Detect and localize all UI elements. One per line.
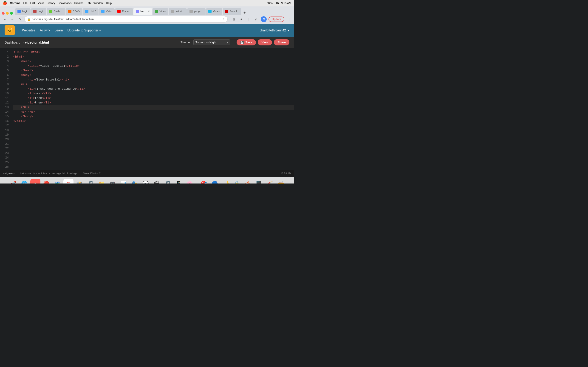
save-button[interactable]: 💾 Save <box>237 39 256 45</box>
dock-photos[interactable]: 📸 <box>74 179 85 184</box>
dock-launchpad[interactable]: 🚀 <box>8 179 18 184</box>
tab-504v[interactable]: 5.04 V <box>66 8 82 15</box>
dock-item9[interactable]: 🎪 <box>243 179 253 184</box>
menu-history[interactable]: History <box>46 2 55 5</box>
code-line-21 <box>13 142 294 146</box>
line-num: 17 <box>0 123 9 128</box>
menu-file[interactable]: File <box>23 2 27 5</box>
settings-icon[interactable]: ⋮ <box>246 17 251 22</box>
tab-penguin[interactable]: pengu... <box>187 8 206 15</box>
dock-item11[interactable]: 🎸 <box>265 179 275 184</box>
more-button[interactable]: ⋮ <box>286 17 292 22</box>
menu-view[interactable]: View <box>38 2 44 5</box>
menu-edit[interactable]: Edit <box>30 2 35 5</box>
tab-unit5[interactable]: Unit 5 <box>83 8 99 15</box>
back-button[interactable]: ← <box>2 17 8 22</box>
tab-imitation[interactable]: Imitati... <box>169 8 187 15</box>
menu-window[interactable]: Window <box>94 2 103 5</box>
tab-favicon <box>225 10 228 13</box>
upgrade-button[interactable]: Upgrade to Supporter ▾ <box>67 28 101 32</box>
theme-select[interactable]: Tomorrow Night Default Monokai Solarized… <box>193 40 230 45</box>
close-button[interactable] <box>2 12 5 15</box>
address-bar: ← → ↻ 🔒 neocities.org/site_files/text_ed… <box>0 15 294 24</box>
dock-itunes[interactable]: 🎵 <box>86 179 95 184</box>
dock-music[interactable]: 🎵 <box>163 179 173 184</box>
dock-item[interactable]: ● <box>30 179 40 184</box>
line-num: 22 <box>0 146 9 151</box>
share-button[interactable]: Share <box>274 39 289 45</box>
maximize-button[interactable] <box>10 12 13 15</box>
dock-item2[interactable]: 🎭 <box>130 179 140 184</box>
view-button[interactable]: View <box>258 39 272 45</box>
dock-item12[interactable]: 📻 <box>276 179 286 184</box>
line-num: 24 <box>0 156 9 160</box>
translate-icon[interactable]: ⇄ <box>253 17 259 22</box>
tab-video1[interactable]: Video <box>99 8 115 15</box>
tab-dashboard[interactable]: Dashb... <box>47 8 65 15</box>
tab-favicon <box>17 10 21 13</box>
nav-activity[interactable]: Activity <box>40 28 50 32</box>
tab-embed[interactable]: Embe... <box>115 8 133 15</box>
bookmark-icon[interactable]: ☆ <box>222 18 225 21</box>
dock-video[interactable]: 🎬 <box>152 179 162 184</box>
nav-websites[interactable]: Websites <box>22 28 35 32</box>
dock-item5[interactable]: 🎯 <box>199 179 209 184</box>
menu-tab[interactable]: Tab <box>86 2 91 5</box>
forward-button[interactable]: → <box>10 17 15 22</box>
minimize-button[interactable] <box>6 12 9 15</box>
code-line-1: <!DOCTYPE html> <box>13 50 294 55</box>
dock-safari[interactable]: 🌐 <box>19 179 29 184</box>
breadcrumb-dashboard[interactable]: Dashboard <box>5 41 20 44</box>
dock-item10[interactable]: 🖥️ <box>254 179 264 184</box>
code-line-10: <li>next</li> <box>13 91 294 96</box>
refresh-button[interactable]: ↻ <box>17 17 23 22</box>
new-tab-button[interactable]: + <box>242 10 247 15</box>
line-num: 5 <box>0 68 9 73</box>
code-textarea[interactable]: <!DOCTYPE html> <html> <head> <title>Vid… <box>11 48 294 170</box>
tab-login-2[interactable]: Login <box>31 8 46 15</box>
dock-finder[interactable]: 📁 <box>96 179 107 184</box>
dock-numbers[interactable]: 📊 <box>119 179 129 184</box>
dock-item7[interactable]: 🌙 <box>221 179 231 184</box>
dock-item4[interactable]: 🌸 <box>185 179 195 184</box>
tab-favicon <box>190 10 193 13</box>
status-notification: Just landed in your inbox: a message ful… <box>19 172 77 175</box>
save-icon: 💾 <box>240 41 244 44</box>
tab-favicon <box>49 10 52 13</box>
dock-calendar[interactable]: 📅 <box>63 179 73 184</box>
extensions-icon[interactable]: ⊞ <box>231 17 237 22</box>
code-line-16: </html> <box>13 119 294 123</box>
menu-profiles[interactable]: Profiles <box>74 2 84 5</box>
profile-avatar[interactable]: C <box>261 16 267 22</box>
theme-selector-wrapper: Tomorrow Night Default Monokai Solarized… <box>193 40 230 45</box>
update-button[interactable]: Update <box>268 17 284 22</box>
user-dropdown-icon[interactable]: ▾ <box>288 29 289 32</box>
url-bar[interactable]: 🔒 neocities.org/site_files/text_editor/v… <box>24 16 228 23</box>
dock-opera[interactable]: 🔴 <box>41 179 52 184</box>
menu-chrome[interactable]: Chrome <box>10 2 20 5</box>
favorites-icon[interactable]: ★ <box>239 17 244 22</box>
toolbar-icons: ⊞ ★ ⋮ ⇄ C Update ⋮ <box>229 16 292 22</box>
dock-maps[interactable]: 🗺️ <box>52 179 62 184</box>
apple-logo[interactable]: 🍎 <box>3 1 7 5</box>
dock-messages[interactable]: 💬 <box>141 179 151 184</box>
dock-item6[interactable]: 🔵 <box>210 179 220 184</box>
tab-vimeo[interactable]: Vimeo <box>206 8 222 15</box>
tab-label: Unit 5 <box>90 10 96 13</box>
tab-video2[interactable]: Video <box>153 8 168 15</box>
dock-item8[interactable]: 🔒 <box>232 179 242 184</box>
line-num: 23 <box>0 151 9 156</box>
code-editor[interactable]: 1 2 3 4 5 6 7 8 9 10 11 12 13 14 15 16 1… <box>0 48 294 170</box>
dock-item3[interactable]: 📱 <box>174 179 184 184</box>
save-label: Save <box>245 41 252 44</box>
tab-login-1[interactable]: Login <box>15 8 31 15</box>
nav-learn[interactable]: Learn <box>55 28 63 32</box>
tab-close-icon[interactable]: ✕ <box>148 10 150 13</box>
menu-help[interactable]: Help <box>106 2 112 5</box>
tab-favicon <box>33 10 36 13</box>
line-num: 14 <box>0 110 9 114</box>
tab-ne-active[interactable]: Ne... ✕ <box>133 8 152 15</box>
tab-sample[interactable]: Sampl... <box>223 8 241 15</box>
dock-games[interactable]: 🎮 <box>107 179 118 184</box>
menu-bookmarks[interactable]: Bookmarks <box>58 2 72 5</box>
